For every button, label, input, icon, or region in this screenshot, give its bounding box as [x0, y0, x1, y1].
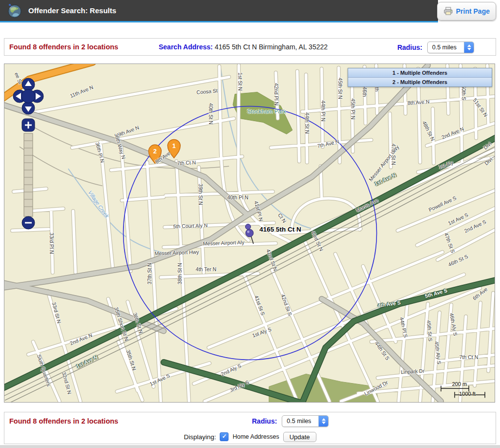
- svg-text:1: 1: [172, 142, 176, 149]
- radius-control: Radius: 0.5 miles: [397, 42, 474, 53]
- update-button[interactable]: Update: [283, 432, 316, 442]
- highways: [4, 65, 441, 402]
- found-offenders-text-bottom: Found 8 offenders in 2 locations: [9, 412, 118, 430]
- search-address-value: 4165 5th Ct N Birmingham, AL 35222: [215, 43, 328, 51]
- scale-metric-text: 200 m: [452, 381, 467, 387]
- display-options-row: Displaying: ✓ Home Addresses Update: [4, 430, 496, 444]
- title-bar: Offender Search: Results Print Page: [0, 0, 500, 22]
- scale-imperial-text: 1000 ft: [459, 391, 476, 397]
- bottom-summary-bar: Found 8 offenders in 2 locations Radius:…: [4, 412, 496, 444]
- zoom-slider[interactable]: [24, 133, 33, 216]
- print-page-button[interactable]: Print Page: [437, 2, 496, 21]
- print-page-label: Print Page: [456, 7, 490, 15]
- radius-control-bottom: Radius: 0.5 miles: [252, 415, 329, 427]
- home-addresses-label: Home Addresses: [232, 433, 279, 440]
- map[interactable]: 12 11th Ave N9th Ave N36th Pl N36th Way …: [4, 64, 495, 403]
- address-pin-label: 4165 5th Ct N: [259, 226, 301, 233]
- map-legend: 1 - Multiple Offenders 2 - Multiple Offe…: [348, 68, 492, 87]
- stockham-park-area: [233, 92, 292, 134]
- page-title: Offender Search: Results: [28, 0, 116, 21]
- offender-marker[interactable]: 1: [167, 139, 180, 158]
- results-summary-bar: Found 8 offenders in 2 locations Search …: [4, 38, 496, 56]
- radius-select-bottom[interactable]: 0.5 miles: [282, 415, 329, 427]
- footer-strip: [0, 445, 500, 448]
- legend-item-1[interactable]: 1 - Multiple Offenders: [348, 68, 492, 77]
- home-addresses-checkbox[interactable]: ✓: [220, 432, 229, 441]
- search-address: Search Address: 4165 5th Ct N Birmingham…: [159, 39, 328, 55]
- stepper-arrows-icon: [318, 416, 328, 427]
- legend-item-2[interactable]: 2 - Multiple Offenders: [348, 77, 492, 86]
- radius-select[interactable]: 0.5 miles: [427, 42, 474, 53]
- map-controls: [11, 72, 46, 233]
- found-offenders-text: Found 8 offenders in 2 locations: [9, 39, 118, 55]
- radius-label-bottom: Radius:: [252, 417, 277, 425]
- radius-select-bottom-value: 0.5 miles: [282, 416, 318, 427]
- radius-select-value: 0.5 miles: [428, 42, 464, 53]
- svg-text:2: 2: [153, 148, 157, 155]
- stepper-arrows-icon: [464, 42, 474, 53]
- displaying-label: Displaying:: [184, 433, 216, 441]
- search-address-label: Search Address:: [159, 43, 213, 51]
- radius-label: Radius:: [397, 43, 422, 51]
- globe-icon: [7, 3, 22, 19]
- printer-icon: [443, 7, 453, 16]
- map-canvas[interactable]: 12: [4, 64, 495, 402]
